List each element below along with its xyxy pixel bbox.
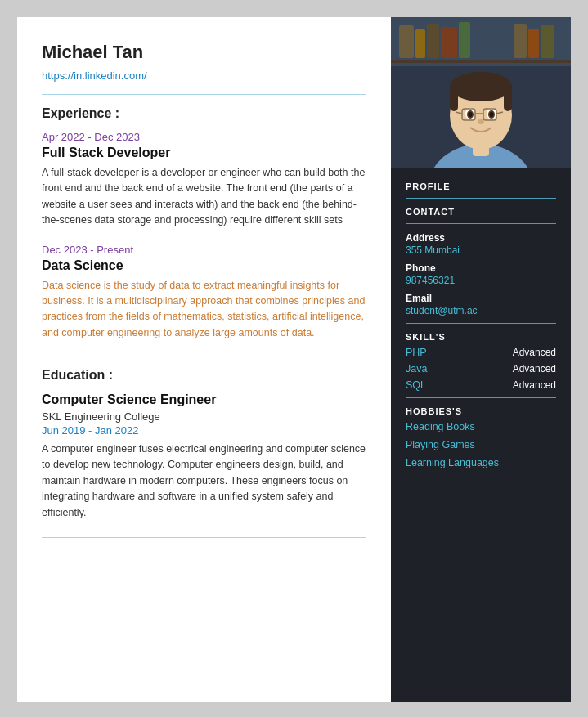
skill-sql-name: SQL	[406, 379, 426, 391]
svg-rect-10	[391, 60, 571, 63]
skill-sql: SQL Advanced	[406, 379, 556, 391]
divider-3	[42, 537, 366, 538]
svg-rect-2	[399, 25, 414, 58]
svg-rect-5	[441, 27, 457, 58]
divider-2	[42, 356, 366, 356]
edu-degree: Computer Science Engineer	[42, 392, 366, 407]
email-label: Email	[406, 293, 556, 304]
hobby-3: Learning Languages	[406, 457, 556, 468]
experience-title: Experience :	[42, 106, 366, 121]
profile-photo	[391, 17, 571, 168]
skill-java-name: Java	[406, 363, 427, 374]
skill-php-name: PHP	[406, 347, 427, 358]
job-2-description: Data science is the study of data to ext…	[42, 278, 366, 342]
svg-point-28	[478, 119, 484, 124]
phone-value: 987456321	[406, 275, 556, 286]
job-2: Dec 2023 - Present Data Science Data sci…	[42, 244, 366, 342]
svg-rect-6	[459, 22, 470, 58]
svg-point-22	[490, 112, 494, 117]
education-section: Education : Computer Science Engineer SK…	[42, 368, 366, 521]
svg-rect-8	[528, 29, 539, 58]
svg-rect-4	[427, 24, 439, 58]
right-content: PROFILE CONTACT Address 355 Mumbai Phone…	[391, 168, 571, 486]
profile-label: PROFILE	[406, 181, 556, 191]
skill-java-level: Advanced	[513, 363, 556, 374]
job-1: Apr 2022 - Dec 2023 Full Stack Developer…	[42, 131, 366, 229]
svg-rect-15	[450, 87, 458, 111]
left-panel: Michael Tan https://in.linkedin.com/ Exp…	[17, 17, 391, 702]
edu-school: SKL Engineering College	[42, 410, 366, 423]
edu-date: Jun 2019 - Jan 2022	[42, 424, 366, 437]
profile-divider	[406, 198, 556, 199]
job-1-date: Apr 2022 - Dec 2023	[42, 131, 366, 143]
edu-1: Computer Science Engineer SKL Engineerin…	[42, 392, 366, 521]
svg-point-14	[450, 72, 512, 101]
email-value: student@utm.ac	[406, 305, 556, 316]
address-label: Address	[406, 232, 556, 244]
skill-sql-level: Advanced	[513, 379, 556, 391]
edu-description: A computer engineer fuses electrical eng…	[42, 441, 366, 521]
hobbies-divider	[406, 397, 556, 398]
skills-divider	[406, 323, 556, 324]
job-1-description: A full-stack developer is a developer or…	[42, 165, 366, 229]
resume-container: Michael Tan https://in.linkedin.com/ Exp…	[16, 16, 572, 703]
svg-rect-16	[504, 87, 512, 111]
person-name: Michael Tan	[42, 42, 366, 63]
hobbies-label: HOBBIES'S	[406, 406, 556, 416]
phone-label: Phone	[406, 262, 556, 274]
linkedin-link[interactable]: https://in.linkedin.com/	[42, 69, 147, 82]
experience-section: Experience : Apr 2022 - Dec 2023 Full St…	[42, 106, 366, 341]
photo-svg	[391, 17, 571, 168]
contact-label: CONTACT	[406, 207, 556, 217]
hobby-1: Reading Books	[406, 421, 556, 432]
svg-rect-9	[541, 25, 554, 58]
address-value: 355 Mumbai	[406, 244, 556, 256]
svg-point-21	[469, 112, 473, 117]
contact-email: Email student@utm.ac	[406, 293, 556, 316]
hobby-2: Playing Games	[406, 439, 556, 450]
contact-address: Address 355 Mumbai	[406, 232, 556, 256]
contact-divider	[406, 223, 556, 224]
contact-phone: Phone 987456321	[406, 262, 556, 286]
svg-rect-3	[415, 29, 425, 58]
divider-1	[42, 94, 366, 95]
job-2-date: Dec 2023 - Present	[42, 244, 366, 256]
skill-java: Java Advanced	[406, 363, 556, 374]
skill-php-level: Advanced	[513, 347, 556, 358]
right-panel: PROFILE CONTACT Address 355 Mumbai Phone…	[391, 17, 571, 702]
skill-php: PHP Advanced	[406, 347, 556, 358]
skills-label: SKILL'S	[406, 332, 556, 342]
job-1-title: Full Stack Developer	[42, 146, 366, 160]
education-title: Education :	[42, 368, 366, 383]
svg-rect-7	[514, 24, 527, 58]
job-2-title: Data Science	[42, 258, 366, 273]
